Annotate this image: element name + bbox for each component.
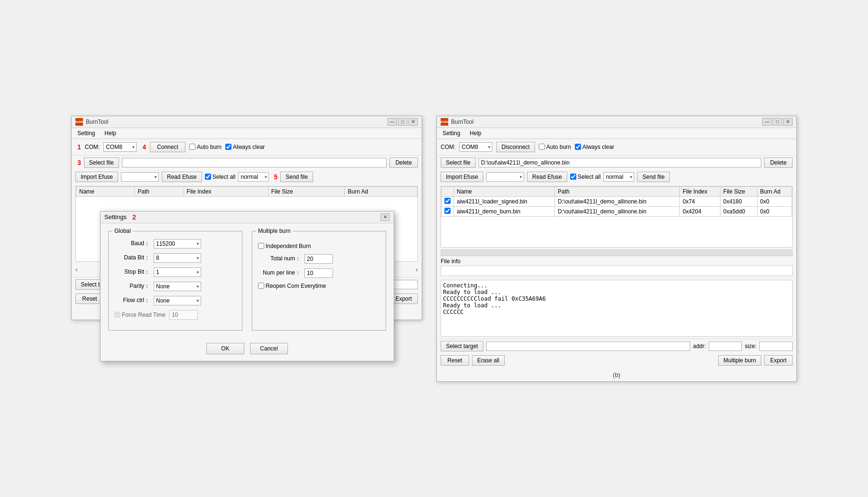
export-btn-b[interactable]: Export — [764, 355, 793, 366]
addr-input-b[interactable] — [709, 341, 742, 351]
multiple-burn-btn-b[interactable]: Multiple burn — [718, 355, 761, 366]
efuse-select-wrapper-a — [121, 172, 159, 182]
num-per-line-input[interactable] — [305, 268, 333, 278]
reset-btn-b[interactable]: Reset — [441, 355, 469, 366]
dialog-close-btn[interactable]: ✕ — [380, 213, 390, 221]
delete-btn-a[interactable]: Delete — [389, 157, 418, 168]
minimize-btn-b[interactable]: — — [762, 118, 772, 126]
connect-btn-a[interactable]: Connect — [150, 142, 185, 152]
select-file-btn-b[interactable]: Select file — [441, 157, 476, 168]
close-btn-b[interactable]: ✕ — [783, 118, 793, 126]
efuse-select-a[interactable] — [121, 172, 159, 182]
always-clear-label-a[interactable]: Always clear — [225, 144, 265, 150]
annotation-5: 5 — [274, 173, 277, 181]
always-clear-cb-a[interactable] — [225, 144, 231, 150]
maximize-btn-a[interactable]: □ — [398, 118, 407, 126]
independent-burn-row: Independent Burn — [258, 243, 380, 249]
target-input-b[interactable] — [486, 341, 690, 351]
auto-burn-cb-b[interactable] — [539, 144, 545, 150]
com-select-b[interactable]: COM8 — [459, 142, 492, 152]
menu-setting-b[interactable]: Setting — [441, 129, 462, 138]
row-cb[interactable] — [442, 196, 454, 206]
size-input-b[interactable] — [759, 341, 793, 351]
force-read-cb-label[interactable]: Force Read Time — [114, 312, 166, 318]
erase-all-btn-b[interactable]: Erase all — [472, 355, 505, 366]
parity-select[interactable]: None Odd Even Mark Space — [154, 282, 201, 291]
mode-select-wrapper-b: normal — [603, 172, 634, 182]
send-file-btn-b[interactable]: Send file — [637, 172, 670, 182]
menu-help-a[interactable]: Help — [102, 129, 118, 138]
always-clear-label-b[interactable]: Always clear — [575, 144, 614, 150]
import-efuse-btn-b[interactable]: Import Efuse — [441, 172, 483, 182]
global-group: Global Baud： 115200 9600 19200 38400 576… — [108, 231, 242, 331]
mode-select-b[interactable]: normal — [603, 172, 634, 182]
baud-select[interactable]: 115200 9600 19200 38400 57600 230400 — [154, 239, 201, 248]
total-num-label: Total num： — [258, 255, 301, 263]
row-name: aiw4211l_loader_signed.bin — [454, 196, 555, 206]
total-num-input[interactable] — [305, 254, 333, 264]
nav-left-a[interactable]: ‹ — [74, 265, 80, 274]
databit-select[interactable]: 8 7 6 5 — [154, 253, 201, 263]
log-line: Ready to load ... — [443, 302, 790, 309]
disconnect-btn-b[interactable]: Disconnect — [496, 142, 535, 152]
col-fileindex-b: File Index — [680, 186, 720, 196]
databit-select-wrapper: 8 7 6 5 — [154, 253, 201, 263]
file-info-box-b — [441, 266, 793, 276]
ok-btn[interactable]: OK — [206, 343, 244, 354]
window-title-b: BurnTool — [451, 119, 473, 125]
import-efuse-btn-a[interactable]: Import Efuse — [75, 172, 118, 182]
com-label-a: COM: — [85, 144, 100, 150]
com-select-a[interactable]: COM8 — [103, 142, 137, 152]
efuse-row-a: Import Efuse Read Efuse Select all norma… — [72, 170, 422, 184]
row-checkbox[interactable] — [444, 208, 451, 214]
delete-btn-b[interactable]: Delete — [764, 157, 793, 168]
num-per-line-label: Num per line： — [258, 269, 301, 277]
select-all-label-a[interactable]: Select all — [205, 174, 236, 180]
row-path: D:\out\aiw4211l_demo_allinone.bin — [555, 206, 680, 216]
h-scrollbar-b[interactable] — [441, 249, 793, 256]
title-bar-a: BURN BurnTool — □ ✕ — [72, 116, 422, 128]
independent-burn-cb[interactable] — [258, 243, 264, 249]
file-table-b: Name Path File Index File Size Burn Ad a… — [441, 186, 793, 248]
force-read-input[interactable] — [169, 310, 198, 320]
stopbit-row: Stop Bit： 1 1.5 2 — [114, 267, 236, 277]
independent-burn-cb-label[interactable]: Independent Burn — [258, 243, 311, 249]
flowctrl-select[interactable]: None RTS/CTS XON/XOFF — [154, 296, 201, 305]
maximize-btn-b[interactable]: □ — [773, 118, 782, 126]
send-file-btn-a[interactable]: Send file — [280, 172, 313, 182]
cancel-btn[interactable]: Cancel — [250, 343, 288, 354]
reopen-com-row: Reopen Com Everytime — [258, 283, 380, 289]
always-clear-cb-b[interactable] — [575, 144, 581, 150]
reset-btn-a[interactable]: Reset — [75, 294, 104, 304]
mode-select-a[interactable]: normal — [238, 172, 269, 182]
reopen-com-cb[interactable] — [258, 283, 264, 289]
menu-setting-a[interactable]: Setting — [75, 129, 97, 138]
com-select-wrapper-b: COM8 — [459, 142, 492, 152]
dialog-content: Global Baud： 115200 9600 19200 38400 576… — [101, 223, 394, 338]
file-path-input-b[interactable] — [479, 158, 761, 167]
efuse-select-b[interactable] — [486, 172, 524, 182]
row-checkbox[interactable] — [444, 198, 451, 204]
nav-right-a[interactable]: › — [414, 265, 420, 274]
reopen-com-cb-label[interactable]: Reopen Com Everytime — [258, 283, 326, 289]
close-btn-a[interactable]: ✕ — [408, 118, 418, 126]
dialog-title-text: Settings — [104, 213, 127, 221]
auto-burn-label-a[interactable]: Auto burn — [189, 144, 222, 150]
menu-help-b[interactable]: Help — [468, 129, 483, 138]
row-cb[interactable] — [442, 206, 454, 216]
baud-row: Baud： 115200 9600 19200 38400 57600 2304… — [114, 239, 236, 248]
auto-burn-cb-a[interactable] — [189, 144, 195, 150]
select-all-label-b[interactable]: Select all — [570, 174, 601, 180]
file-path-input-a[interactable] — [122, 158, 387, 167]
select-all-cb-b[interactable] — [570, 174, 576, 180]
select-all-cb-a[interactable] — [205, 174, 211, 180]
multiple-burn-group: Multiple burn Independent Burn Total num… — [252, 231, 386, 331]
read-efuse-btn-a[interactable]: Read Efuse — [162, 172, 202, 182]
auto-burn-label-b[interactable]: Auto burn — [539, 144, 571, 150]
databit-row: Data Bit： 8 7 6 5 — [114, 253, 236, 263]
select-file-btn-a[interactable]: Select file — [84, 157, 119, 168]
select-target-btn-b[interactable]: Select target — [441, 341, 483, 351]
minimize-btn-a[interactable]: — — [388, 118, 397, 126]
read-efuse-btn-b[interactable]: Read Efuse — [527, 172, 567, 182]
stopbit-select[interactable]: 1 1.5 2 — [154, 267, 201, 277]
